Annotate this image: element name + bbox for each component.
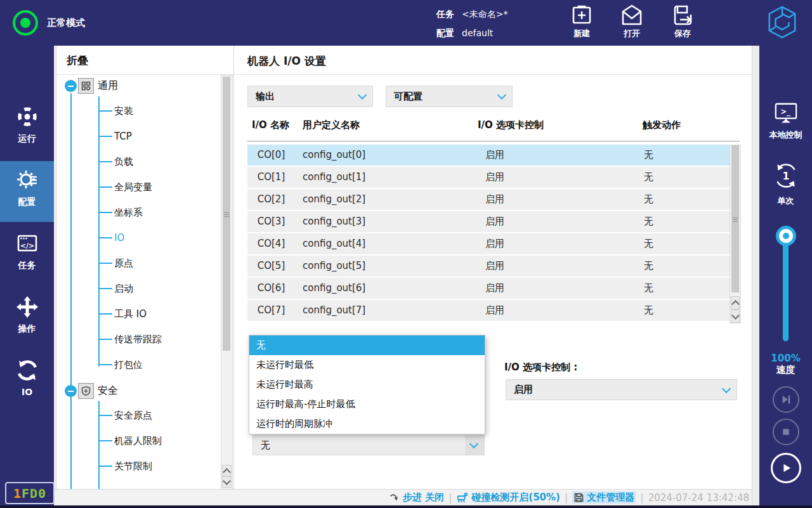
table-row[interactable]: CO[3]config_out[3]启用无 — [247, 211, 730, 232]
task-icon: </> — [16, 232, 39, 255]
shield-icon — [78, 383, 94, 399]
sidebar-item-操作[interactable]: 操作 — [0, 288, 54, 349]
single-cycle-button[interactable]: 1 单次 — [759, 161, 812, 207]
tab-control-select[interactable]: 启用 — [506, 379, 737, 400]
table-row[interactable]: CO[7]config_out[7]启用无 — [247, 300, 730, 321]
table-scrollbar[interactable] — [730, 145, 741, 323]
table-scroll-up-button[interactable] — [731, 296, 740, 309]
tree-item-工具 IO[interactable]: 工具 IO — [114, 306, 147, 322]
tree-group-安全[interactable]: 安全 — [57, 381, 233, 400]
tree-connector — [98, 313, 112, 315]
tree-scroll-down-button[interactable] — [222, 476, 232, 488]
tree-connector — [98, 364, 112, 365]
play-button[interactable] — [771, 453, 801, 483]
speed-slider-thumb[interactable] — [776, 226, 796, 246]
tab-control-label: I/O 选项卡控制 : — [504, 361, 577, 374]
sidebar-item-运行[interactable]: 运行 — [0, 98, 54, 159]
tree-scroll-up-button[interactable] — [222, 465, 232, 476]
robot-io-settings-panel: 机器人 I/O 设置 输出 可配置 I/O 名称 用户定义名称 I/O 选项卡控… — [235, 46, 752, 489]
cell-trigger-action: 无 — [644, 278, 653, 299]
dropdown-option[interactable]: 无 — [249, 335, 485, 355]
sidebar-item-label: 操作 — [0, 323, 54, 335]
save-icon — [671, 4, 694, 27]
topbar-action-新建[interactable]: 新建 — [561, 4, 602, 39]
trigger-action-value: 无 — [261, 440, 270, 452]
tree-item-安全原点[interactable]: 安全原点 — [114, 408, 152, 423]
tree-item-关节限制[interactable]: 关节限制 — [114, 459, 152, 474]
mode-label: 正常模式 — [47, 17, 85, 29]
page-title: 机器人 I/O 设置 — [247, 54, 326, 68]
tree-item-原点[interactable]: 原点 — [114, 256, 133, 271]
sidebar-item-任务[interactable]: </>任务 — [0, 225, 54, 285]
sidebar-item-label: IO — [0, 387, 54, 397]
tree-collapse-toggle[interactable] — [65, 385, 77, 397]
cell-tab-control: 启用 — [485, 145, 504, 166]
topbar-action-打开[interactable]: 打开 — [612, 4, 652, 39]
io-category-value: 可配置 — [394, 91, 422, 103]
tree-group-通用[interactable]: 通用 — [57, 76, 233, 95]
cell-io-name: CO[4] — [247, 233, 295, 254]
task-value: <未命名>* — [462, 7, 508, 21]
trigger-action-select[interactable]: 无 — [252, 435, 485, 455]
col-header-trigger: 触发动作 — [643, 119, 681, 131]
status-bar: 步进 关闭 | 碰撞检测开启(50%) | 文件管理器 | 2024-07-24… — [54, 489, 752, 505]
dropdown-option[interactable]: 未运行时最低 — [249, 355, 485, 375]
table-row[interactable]: CO[1]config_out[1]启用无 — [247, 167, 730, 188]
play-icon — [780, 462, 792, 474]
tree-collapse-toggle[interactable] — [65, 80, 77, 92]
tree-item-负载[interactable]: 负载 — [114, 154, 133, 169]
step-mode-status[interactable]: 步进 关闭 — [389, 492, 444, 504]
cell-io-name: CO[7] — [247, 300, 295, 321]
speed-slider-track[interactable] — [783, 231, 789, 341]
step-next-button[interactable] — [773, 386, 799, 413]
cell-tab-control: 启用 — [485, 300, 504, 321]
sidebar-item-IO[interactable]: IO — [0, 351, 54, 412]
dropdown-option[interactable]: 运行时的周期脉冲 — [249, 414, 485, 434]
cell-trigger-action: 无 — [644, 189, 653, 210]
chevron-down-icon — [358, 91, 367, 100]
sidebar-item-label: 任务 — [0, 260, 54, 271]
table-scroll-down-button[interactable] — [731, 309, 740, 323]
tree-connector — [98, 110, 112, 112]
divider — [57, 74, 233, 75]
dropdown-option[interactable]: 未运行时最高 — [249, 375, 485, 394]
file-manager-button[interactable]: 文件管理器 — [572, 492, 636, 504]
tree-item-TCP[interactable]: TCP — [114, 129, 132, 144]
separator: | — [565, 492, 568, 504]
io-direction-select[interactable]: 输出 — [247, 86, 373, 107]
tree-item-IO[interactable]: IO — [114, 230, 124, 245]
table-row[interactable]: CO[0]config_out[0]启用无 — [247, 145, 730, 166]
local-control-button[interactable]: >_ 本地控制 — [759, 101, 812, 141]
tree-scrollbar[interactable] — [221, 75, 233, 490]
tree-connector — [98, 466, 112, 467]
cell-user-name: config_out[3] — [303, 211, 365, 232]
tree-item-打包位[interactable]: 打包位 — [114, 357, 143, 372]
table-row[interactable]: CO[4]config_out[4]启用无 — [247, 233, 730, 254]
io-category-select[interactable]: 可配置 — [386, 86, 513, 107]
tree-connector — [98, 263, 112, 264]
topbar-action-保存[interactable]: 保存 — [662, 4, 703, 39]
tree-item-机器人限制[interactable]: 机器人限制 — [114, 433, 162, 448]
tree-item-传送带跟踪[interactable]: 传送带跟踪 — [114, 332, 162, 347]
table-row[interactable]: CO[6]config_out[6]启用无 — [247, 278, 730, 299]
table-row[interactable]: CO[2]config_out[2]启用无 — [247, 189, 730, 210]
sidebar-item-配置[interactable]: 配置 — [0, 161, 54, 222]
config-icon — [16, 169, 39, 192]
tree-item-安装[interactable]: 安装 — [114, 103, 133, 119]
step-icon — [389, 492, 400, 504]
stop-button[interactable] — [773, 419, 799, 445]
collision-detection-status[interactable]: 碰撞检测开启(50%) — [456, 492, 560, 504]
tree-item-坐标系[interactable]: 坐标系 — [114, 205, 143, 220]
tree-scrollbar-thumb[interactable] — [223, 77, 230, 351]
config-value: default — [462, 26, 493, 40]
cell-tab-control: 启用 — [485, 167, 504, 188]
chevron-down-icon — [722, 384, 731, 393]
table-row[interactable]: CO[5]config_out[5]启用无 — [247, 256, 730, 277]
tree-item-启动[interactable]: 启动 — [114, 281, 133, 296]
tree-item-全局变量[interactable]: 全局变量 — [114, 179, 152, 195]
dropdown-option[interactable]: 运行时最高-停止时最低 — [249, 394, 485, 414]
tree-collapse-header[interactable]: 折叠 — [67, 53, 88, 68]
table-scrollbar-thumb[interactable] — [731, 145, 739, 292]
tree-connector — [98, 288, 112, 289]
skip-next-icon — [780, 394, 792, 405]
